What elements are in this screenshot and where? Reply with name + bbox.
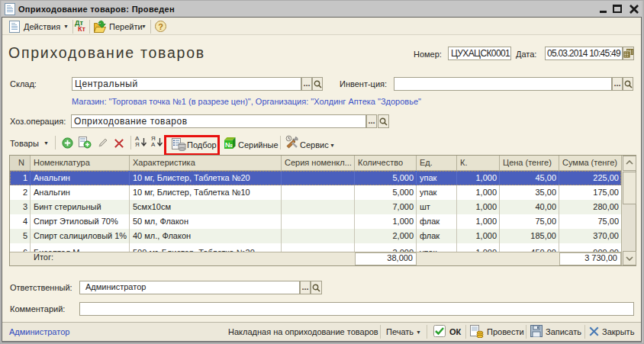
svg-text:№: № <box>225 141 233 149</box>
